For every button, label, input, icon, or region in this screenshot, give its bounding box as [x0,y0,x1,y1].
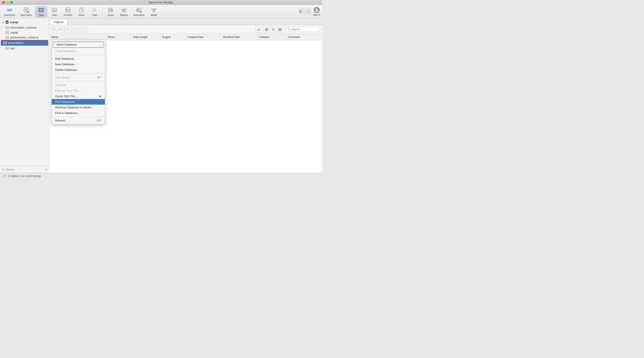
event-button[interactable]: Event [75,6,88,17]
window-controls [2,1,13,4]
svg-point-64 [6,38,9,39]
print-database-menu-item[interactable]: Print Database... [52,99,105,105]
refresh-menu-item[interactable]: Refresh ⌘R [52,118,105,123]
model-button[interactable]: Model [148,6,160,17]
import-button[interactable] [74,26,81,32]
table-icon [38,7,44,13]
refresh-label: Refresh [55,119,66,122]
find-in-database-menu-item[interactable]: Find in Database... [52,110,105,116]
list-view-button[interactable] [270,26,276,32]
svg-rect-12 [39,8,44,12]
col-comment: Comment [286,34,322,40]
sidebar-view-button[interactable] [298,8,304,15]
sidebar-item-label: sys [10,46,15,50]
sidebar-item-information-schema[interactable]: information_schema [1,25,48,30]
col-created-date: Created Date [186,34,222,40]
minimize-button[interactable] [6,1,9,4]
open-database-highlight: Open Database [53,41,104,48]
console-label: Console [55,83,66,87]
export-button[interactable] [82,26,88,32]
svg-rect-41 [152,9,154,10]
grid-view-button[interactable] [264,26,270,32]
db-cylinder-icon-5 [5,47,9,50]
svg-rect-43 [153,11,155,12]
user-icon [92,7,98,13]
sidebar-item-sys[interactable]: sys [1,46,48,50]
col-rows: Rows [106,34,131,40]
close-database-menu-item[interactable]: Close Database [52,48,105,54]
execute-sql-file-menu-item[interactable]: Execute SQL File... [52,88,105,93]
maximize-button[interactable] [10,1,13,4]
delete-table-button[interactable] [65,26,72,32]
submenu-arrow-icon: ▶ [100,95,101,98]
model-label: Model [151,14,157,16]
detail-view-button[interactable] [277,26,283,32]
sidebar-root-connection[interactable]: ▼ MY mysql [0,19,49,25]
edit-database-menu-item[interactable]: Edit Database... [52,56,105,61]
edit-table-button[interactable] [58,26,64,32]
user-button[interactable]: User [88,6,101,17]
svg-point-53 [6,26,9,27]
expand-triangle: ▼ [2,21,4,23]
new-query-button[interactable]: New Query [18,6,34,17]
sidebar-settings-icon [45,168,48,171]
close-button[interactable] [2,1,5,4]
col-name: Name [49,34,106,40]
delete-database-menu-item[interactable]: Delete Database... [52,67,105,73]
open-database-menu-item[interactable]: Open Database [53,42,104,47]
execute-sql-file-label: Execute SQL File... [55,89,80,92]
new-database-menu-item[interactable]: New Database... [52,61,105,67]
sidebar-item-performance-schema[interactable]: performance_schema [1,35,48,40]
automation-button[interactable]: Automation [131,6,147,17]
query-label: Query [108,14,114,16]
dump-sql-file-menu-item[interactable]: Dump SQL File... ▶ [52,93,105,99]
console-menu-item[interactable]: Console [52,82,105,88]
mysql-icon: MY [5,20,9,24]
svg-point-4 [10,9,12,10]
menu-sep-1 [52,55,105,55]
automation-label: Automation [133,14,145,16]
statusbar: 13 tables, 0 in current group [0,173,322,179]
sidebar-content: ▼ MY mysql information_schema [0,18,49,52]
function-button[interactable]: f(x) Function [62,6,74,17]
db-cylinder-icon-4 [3,41,7,44]
sidebar-item-serverdemo[interactable]: serverdemo [1,40,48,45]
sign-in-button[interactable]: Sign In [313,7,320,16]
automation-icon [136,7,142,13]
svg-point-56 [6,28,9,29]
svg-text:f(x): f(x) [66,8,70,12]
sidebar-search-bar: Search [0,166,49,173]
new-database-label: New Database... [55,62,77,66]
backup-button[interactable]: Backup [118,6,130,17]
objects-tab[interactable]: Objects [50,19,68,25]
split-view-button[interactable] [305,8,312,15]
reverse-database-menu-item[interactable]: Reverse Database to Model... [52,105,105,110]
model-icon [151,7,157,13]
menu-sep-4 [52,117,105,117]
svg-point-32 [123,9,124,11]
query-button[interactable]: Query [105,6,117,17]
table-button[interactable]: Table [35,6,48,17]
connection-button[interactable]: Connection [2,6,18,17]
refresh-button[interactable] [255,26,262,32]
search-box[interactable] [286,27,320,32]
svg-point-106 [46,169,46,170]
new-query-menu-item[interactable]: New Query... ⌘Y [52,75,105,80]
svg-point-19 [54,10,55,11]
backup-icon [121,7,127,13]
svg-rect-73 [52,28,55,30]
svg-rect-90 [267,28,268,29]
svg-point-61 [6,36,9,37]
svg-point-68 [3,43,6,44]
view-label: View [52,14,57,16]
col-data-length: Data Length [131,34,160,40]
root-label: mysql [10,20,18,24]
window-title: Navicat for MySQL [149,1,173,4]
add-table-button[interactable] [51,26,57,32]
new-query-shortcut: ⌘Y [97,76,101,79]
svg-rect-97 [278,29,281,30]
view-button[interactable]: View [48,6,60,17]
search-input[interactable] [291,28,318,31]
sidebar-item-mysql[interactable]: mysql [1,30,48,35]
view-toggle [298,8,312,15]
